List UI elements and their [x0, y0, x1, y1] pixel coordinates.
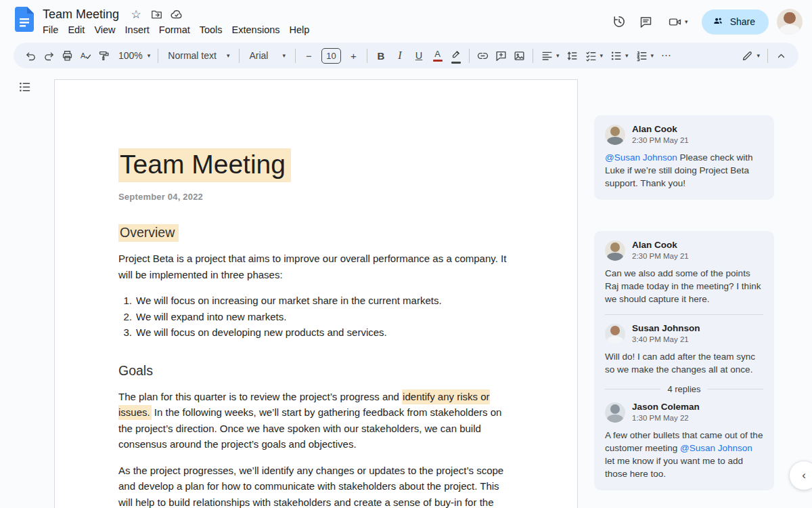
numbered-list: 1.We will focus on increasing our market…: [118, 293, 514, 341]
menu-view[interactable]: View: [89, 23, 120, 37]
menu-extensions[interactable]: Extensions: [227, 23, 285, 37]
comment-header: Jason Coleman 1:30 PM May 22: [605, 402, 763, 423]
collapse-toolbar-button[interactable]: [772, 46, 790, 65]
document-outline-icon[interactable]: [16, 78, 33, 96]
list-number: 3.: [120, 324, 132, 341]
share-button[interactable]: Share: [702, 9, 769, 35]
replies-count-row[interactable]: 4 replies: [605, 384, 763, 394]
decrease-font-size-button[interactable]: −: [300, 46, 318, 65]
add-comment-button[interactable]: [492, 46, 510, 65]
doc-date: September 04, 2022: [118, 192, 514, 202]
comment-thread-card[interactable]: Alan Cook 2:30 PM May 21 Can we also add…: [594, 231, 774, 490]
menu-format[interactable]: Format: [154, 23, 195, 37]
commenter-avatar: [605, 402, 625, 423]
menu-insert[interactable]: Insert: [120, 23, 154, 37]
print-button[interactable]: [58, 46, 76, 65]
highlight-color-button[interactable]: [447, 46, 465, 65]
checklist-dropdown[interactable]: ▾: [581, 46, 607, 65]
align-dropdown[interactable]: ▾: [537, 46, 563, 65]
more-options-button[interactable]: ⋯: [657, 46, 675, 65]
thread-divider: [605, 314, 763, 315]
comment-text: A few other bullets that came out of the…: [605, 429, 763, 480]
move-folder-icon[interactable]: [148, 6, 164, 22]
increase-font-size-button[interactable]: +: [344, 46, 363, 65]
list-text: We will focus on increasing our market s…: [136, 293, 442, 309]
document-page[interactable]: Team Meeting September 04, 2022 Overview…: [54, 79, 578, 508]
text-run: let me know if you want me to add those …: [605, 456, 743, 479]
cloud-status-icon[interactable]: [168, 6, 185, 22]
caret-down-icon: ▾: [282, 53, 286, 59]
toolbar-separator: [239, 49, 240, 63]
commenter-avatar: [605, 324, 625, 344]
caret-down-icon: ▾: [625, 53, 629, 59]
divider-line: [708, 389, 763, 389]
toolbar-separator: [295, 49, 296, 63]
bold-button[interactable]: B: [371, 46, 390, 65]
list-text: We will focus on developing new products…: [136, 324, 387, 341]
text-color-button[interactable]: A: [428, 46, 447, 65]
paragraph-style-value: Normal text: [166, 50, 219, 61]
caret-down-icon: ▾: [685, 19, 688, 25]
commenter-avatar: [605, 125, 625, 145]
share-label: Share: [730, 16, 755, 27]
comment-time: 2:30 PM May 21: [632, 251, 689, 261]
menu-edit[interactable]: Edit: [63, 23, 89, 37]
bulleted-list-dropdown[interactable]: ▾: [606, 46, 632, 65]
undo-button[interactable]: [22, 46, 40, 65]
toolbar: A 100% ▾ Normal text ▾ Arial ▾ − 10 + B …: [14, 43, 798, 68]
list-number: 1.: [120, 293, 132, 309]
header: Team Meeting ☆ File Edit View Insert For…: [0, 0, 812, 42]
document-title-field[interactable]: Team Meeting: [43, 7, 119, 22]
share-people-icon: [712, 15, 724, 29]
paragraph-style-dropdown[interactable]: Normal text ▾: [162, 46, 235, 65]
font-family-dropdown[interactable]: Arial ▾: [244, 46, 291, 65]
star-icon[interactable]: ☆: [128, 6, 144, 22]
hide-comments-button[interactable]: ‹: [789, 461, 812, 490]
spellcheck-button[interactable]: A: [76, 46, 95, 65]
caret-down-icon: ▾: [556, 53, 560, 59]
italic-button[interactable]: I: [390, 46, 409, 65]
overview-heading: Overview: [118, 224, 514, 240]
caret-down-icon: ▾: [227, 53, 230, 59]
insert-link-button[interactable]: [474, 46, 492, 65]
highlighted-heading-text: Overview: [118, 224, 179, 242]
list-item: 2.We will expand into new markets.: [118, 309, 514, 325]
open-comments-icon[interactable]: [633, 8, 660, 35]
numbered-list-dropdown[interactable]: ▾: [632, 46, 658, 65]
goals-paragraph-2: As the project progresses, we’ll identif…: [118, 463, 514, 508]
comment-header: Alan Cook 2:30 PM May 21: [605, 240, 763, 261]
user-avatar[interactable]: [777, 9, 803, 35]
list-item: 1.We will focus on increasing our market…: [118, 293, 514, 309]
title-row: Team Meeting ☆: [43, 6, 606, 22]
header-main: Team Meeting ☆ File Edit View Insert For…: [43, 6, 606, 37]
menu-help[interactable]: Help: [285, 23, 315, 37]
text-run: In the following weeks, we’ll start by g…: [118, 406, 501, 450]
underline-button[interactable]: U: [409, 46, 428, 65]
goals-paragraph-1: The plan for this quarter is to review t…: [118, 389, 514, 452]
menu-file[interactable]: File: [38, 23, 63, 37]
toolbar-separator: [158, 49, 158, 63]
comment-header: Susan Johnson 3:40 PM May 21: [605, 323, 763, 344]
font-size-input[interactable]: 10: [321, 48, 341, 64]
menu-tools[interactable]: Tools: [195, 23, 227, 37]
insert-image-button[interactable]: [510, 46, 528, 65]
version-history-icon[interactable]: [606, 8, 633, 35]
text-run: The plan for this quarter is to review t…: [118, 391, 402, 402]
editing-mode-dropdown[interactable]: ▾: [738, 46, 763, 65]
toolbar-separator: [469, 49, 470, 63]
mention-link[interactable]: @Susan Johnson: [680, 443, 752, 453]
replies-count-label: 4 replies: [667, 384, 700, 394]
font-family-value: Arial: [247, 50, 270, 61]
paint-format-button[interactable]: [95, 46, 113, 65]
highlight-color-swatch: [451, 62, 461, 64]
line-spacing-button[interactable]: [563, 46, 581, 65]
meet-video-icon[interactable]: ▾: [660, 8, 696, 35]
zoom-dropdown[interactable]: 100% ▾: [113, 46, 154, 65]
mention-link[interactable]: @Susan Johnson: [605, 152, 677, 163]
comment-card[interactable]: Alan Cook 2:30 PM May 21 @Susan Johnson …: [594, 115, 774, 200]
docs-logo-icon[interactable]: [15, 7, 34, 32]
commenter-name: Alan Cook: [632, 124, 689, 135]
redo-button[interactable]: [40, 46, 58, 65]
menu-bar: File Edit View Insert Format Tools Exten…: [38, 23, 606, 37]
zoom-value: 100%: [116, 50, 145, 61]
